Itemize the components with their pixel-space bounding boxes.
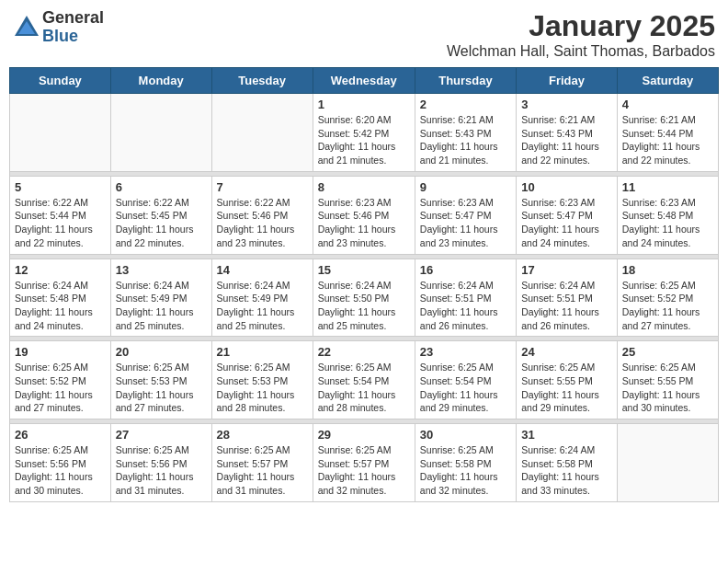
calendar-cell: 18Sunrise: 6:25 AM Sunset: 5:52 PM Dayli… xyxy=(617,259,718,337)
day-info: Sunrise: 6:25 AM Sunset: 5:53 PM Dayligh… xyxy=(116,361,207,415)
calendar-cell xyxy=(211,94,313,172)
day-info: Sunrise: 6:25 AM Sunset: 5:54 PM Dayligh… xyxy=(420,361,511,415)
calendar-table: SundayMondayTuesdayWednesdayThursdayFrid… xyxy=(9,67,719,502)
day-number: 7 xyxy=(217,180,308,194)
day-info: Sunrise: 6:25 AM Sunset: 5:53 PM Dayligh… xyxy=(217,361,308,415)
calendar-cell: 13Sunrise: 6:24 AM Sunset: 5:49 PM Dayli… xyxy=(110,259,211,337)
weekday-header-friday: Friday xyxy=(517,68,618,94)
calendar-cell: 7Sunrise: 6:22 AM Sunset: 5:46 PM Daylig… xyxy=(211,176,313,254)
logo-text: General Blue xyxy=(42,9,104,46)
day-number: 20 xyxy=(116,345,207,359)
day-info: Sunrise: 6:21 AM Sunset: 5:43 PM Dayligh… xyxy=(521,113,612,167)
day-number: 10 xyxy=(521,180,612,194)
day-number: 16 xyxy=(420,263,511,277)
day-info: Sunrise: 6:24 AM Sunset: 5:58 PM Dayligh… xyxy=(521,443,612,498)
day-number: 27 xyxy=(116,428,207,442)
weekday-header-monday: Monday xyxy=(110,68,211,94)
day-number: 28 xyxy=(217,428,308,442)
day-number: 31 xyxy=(521,428,612,442)
day-info: Sunrise: 6:25 AM Sunset: 5:57 PM Dayligh… xyxy=(217,443,308,498)
calendar-cell: 12Sunrise: 6:24 AM Sunset: 5:48 PM Dayli… xyxy=(10,259,111,337)
logo: General Blue xyxy=(13,9,104,46)
week-row-5: 26Sunrise: 6:25 AM Sunset: 5:56 PM Dayli… xyxy=(10,424,719,502)
day-info: Sunrise: 6:23 AM Sunset: 5:47 PM Dayligh… xyxy=(521,196,612,250)
day-info: Sunrise: 6:25 AM Sunset: 5:54 PM Dayligh… xyxy=(318,361,410,415)
calendar-cell: 4Sunrise: 6:21 AM Sunset: 5:44 PM Daylig… xyxy=(617,94,718,172)
day-info: Sunrise: 6:22 AM Sunset: 5:45 PM Dayligh… xyxy=(116,196,207,250)
day-number: 17 xyxy=(521,263,612,277)
day-info: Sunrise: 6:24 AM Sunset: 5:49 PM Dayligh… xyxy=(116,279,207,333)
day-number: 12 xyxy=(15,263,106,277)
calendar-cell: 27Sunrise: 6:25 AM Sunset: 5:56 PM Dayli… xyxy=(110,424,211,502)
day-number: 13 xyxy=(116,263,207,277)
calendar-cell: 17Sunrise: 6:24 AM Sunset: 5:51 PM Dayli… xyxy=(517,259,618,337)
day-number: 29 xyxy=(318,428,410,442)
calendar-cell: 26Sunrise: 6:25 AM Sunset: 5:56 PM Dayli… xyxy=(10,424,111,502)
calendar-cell: 16Sunrise: 6:24 AM Sunset: 5:51 PM Dayli… xyxy=(415,259,516,337)
day-info: Sunrise: 6:23 AM Sunset: 5:47 PM Dayligh… xyxy=(420,196,511,250)
day-info: Sunrise: 6:22 AM Sunset: 5:44 PM Dayligh… xyxy=(15,196,106,250)
day-info: Sunrise: 6:24 AM Sunset: 5:48 PM Dayligh… xyxy=(15,279,106,333)
day-number: 22 xyxy=(318,345,410,359)
calendar-cell xyxy=(10,94,111,172)
day-number: 14 xyxy=(217,263,308,277)
calendar-cell: 23Sunrise: 6:25 AM Sunset: 5:54 PM Dayli… xyxy=(415,341,516,419)
week-row-2: 5Sunrise: 6:22 AM Sunset: 5:44 PM Daylig… xyxy=(10,176,719,254)
logo-general-text: General xyxy=(42,9,104,28)
calendar-cell: 28Sunrise: 6:25 AM Sunset: 5:57 PM Dayli… xyxy=(211,424,313,502)
calendar-cell: 5Sunrise: 6:22 AM Sunset: 5:44 PM Daylig… xyxy=(10,176,111,254)
calendar-cell xyxy=(617,424,718,502)
page-header: General Blue January 2025 Welchman Hall,… xyxy=(9,9,719,60)
day-info: Sunrise: 6:24 AM Sunset: 5:51 PM Dayligh… xyxy=(420,279,511,333)
day-number: 23 xyxy=(420,345,511,359)
day-number: 25 xyxy=(622,345,713,359)
day-info: Sunrise: 6:20 AM Sunset: 5:42 PM Dayligh… xyxy=(318,113,410,167)
logo-blue-text: Blue xyxy=(42,28,104,46)
location-subtitle: Welchman Hall, Saint Thomas, Barbados xyxy=(447,43,715,60)
day-info: Sunrise: 6:21 AM Sunset: 5:43 PM Dayligh… xyxy=(420,113,511,167)
weekday-header-wednesday: Wednesday xyxy=(313,68,415,94)
day-number: 26 xyxy=(15,428,106,442)
day-number: 18 xyxy=(622,263,713,277)
calendar-cell: 24Sunrise: 6:25 AM Sunset: 5:55 PM Dayli… xyxy=(517,341,618,419)
title-block: January 2025 Welchman Hall, Saint Thomas… xyxy=(447,9,715,60)
month-year-title: January 2025 xyxy=(447,9,715,43)
day-info: Sunrise: 6:25 AM Sunset: 5:57 PM Dayligh… xyxy=(318,443,410,498)
day-number: 24 xyxy=(521,345,612,359)
day-number: 3 xyxy=(521,98,612,111)
day-info: Sunrise: 6:25 AM Sunset: 5:52 PM Dayligh… xyxy=(622,279,713,333)
calendar-cell: 3Sunrise: 6:21 AM Sunset: 5:43 PM Daylig… xyxy=(517,94,618,172)
calendar-cell xyxy=(110,94,211,172)
day-number: 1 xyxy=(318,98,410,111)
day-number: 6 xyxy=(116,180,207,194)
day-info: Sunrise: 6:22 AM Sunset: 5:46 PM Dayligh… xyxy=(217,196,308,250)
calendar-cell: 25Sunrise: 6:25 AM Sunset: 5:55 PM Dayli… xyxy=(617,341,718,419)
calendar-cell: 2Sunrise: 6:21 AM Sunset: 5:43 PM Daylig… xyxy=(415,94,516,172)
day-number: 21 xyxy=(217,345,308,359)
calendar-cell: 10Sunrise: 6:23 AM Sunset: 5:47 PM Dayli… xyxy=(517,176,618,254)
day-info: Sunrise: 6:24 AM Sunset: 5:50 PM Dayligh… xyxy=(318,279,410,333)
day-info: Sunrise: 6:25 AM Sunset: 5:58 PM Dayligh… xyxy=(420,443,511,498)
day-info: Sunrise: 6:25 AM Sunset: 5:56 PM Dayligh… xyxy=(116,443,207,498)
day-info: Sunrise: 6:21 AM Sunset: 5:44 PM Dayligh… xyxy=(622,113,713,167)
week-row-4: 19Sunrise: 6:25 AM Sunset: 5:52 PM Dayli… xyxy=(10,341,719,419)
calendar-cell: 21Sunrise: 6:25 AM Sunset: 5:53 PM Dayli… xyxy=(211,341,313,419)
day-number: 5 xyxy=(15,180,106,194)
weekday-header-row: SundayMondayTuesdayWednesdayThursdayFrid… xyxy=(10,68,719,94)
day-info: Sunrise: 6:23 AM Sunset: 5:48 PM Dayligh… xyxy=(622,196,713,250)
calendar-cell: 6Sunrise: 6:22 AM Sunset: 5:45 PM Daylig… xyxy=(110,176,211,254)
day-number: 8 xyxy=(318,180,410,194)
day-info: Sunrise: 6:24 AM Sunset: 5:49 PM Dayligh… xyxy=(217,279,308,333)
calendar-cell: 22Sunrise: 6:25 AM Sunset: 5:54 PM Dayli… xyxy=(313,341,415,419)
week-row-3: 12Sunrise: 6:24 AM Sunset: 5:48 PM Dayli… xyxy=(10,259,719,337)
day-info: Sunrise: 6:25 AM Sunset: 5:52 PM Dayligh… xyxy=(15,361,106,415)
weekday-header-saturday: Saturday xyxy=(617,68,718,94)
day-number: 19 xyxy=(15,345,106,359)
day-number: 9 xyxy=(420,180,511,194)
day-info: Sunrise: 6:25 AM Sunset: 5:56 PM Dayligh… xyxy=(15,443,106,498)
weekday-header-sunday: Sunday xyxy=(10,68,111,94)
week-row-1: 1Sunrise: 6:20 AM Sunset: 5:42 PM Daylig… xyxy=(10,94,719,172)
day-info: Sunrise: 6:24 AM Sunset: 5:51 PM Dayligh… xyxy=(521,279,612,333)
calendar-cell: 20Sunrise: 6:25 AM Sunset: 5:53 PM Dayli… xyxy=(110,341,211,419)
day-number: 15 xyxy=(318,263,410,277)
